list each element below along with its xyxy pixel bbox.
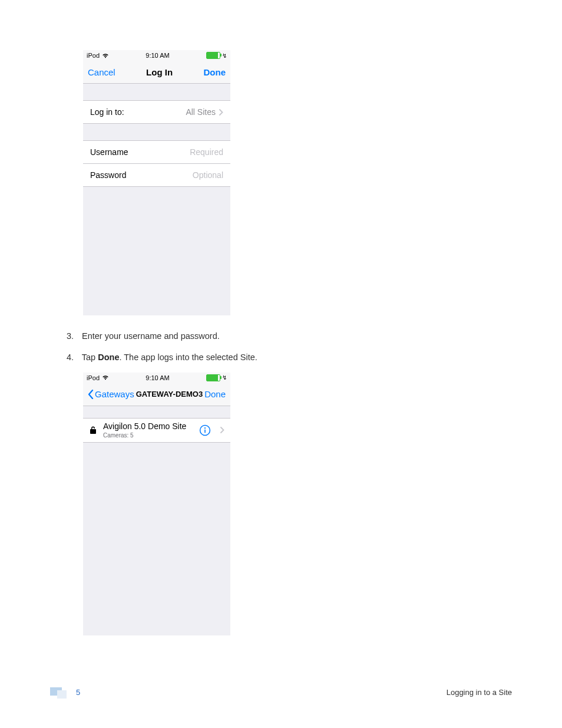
- status-left: iPod: [87, 374, 109, 381]
- charging-icon: ↯: [222, 52, 227, 59]
- section-spacer: [83, 84, 230, 101]
- svg-point-1: [204, 427, 206, 429]
- step-4-prefix: Tap: [82, 353, 98, 362]
- page-number: 5: [76, 688, 80, 697]
- nav-title: GATEWAY-DEMO3: [136, 390, 203, 398]
- done-button[interactable]: Done: [204, 389, 226, 399]
- document-page: iPod 9:10 AM ↯ Cancel Log In Done Log i: [0, 0, 562, 728]
- username-placeholder: Required: [190, 147, 223, 157]
- charging-icon: ↯: [222, 374, 227, 381]
- username-label: Username: [90, 147, 128, 157]
- username-row[interactable]: Username Required: [83, 141, 230, 164]
- section-spacer: [83, 124, 230, 141]
- screenshot-gateway: iPod 9:10 AM ↯ Gateways GATEWAY-DEMO3 D: [83, 373, 230, 635]
- info-icon[interactable]: [199, 424, 211, 436]
- chevron-right-icon: [219, 109, 223, 116]
- step-4-number: 4.: [67, 351, 80, 364]
- status-right: ↯: [206, 52, 227, 59]
- step-3-text: Enter your username and password.: [82, 331, 220, 341]
- step-3-number: 3.: [67, 330, 80, 342]
- step-3: 3. Enter your username and password.: [67, 330, 512, 342]
- device-label: iPod: [87, 374, 100, 381]
- done-button[interactable]: Done: [203, 67, 226, 77]
- section-spacer: [83, 406, 230, 419]
- step-4: 4. Tap Done. The app logs into the selec…: [67, 351, 512, 364]
- cancel-button[interactable]: Cancel: [88, 67, 115, 77]
- wifi-icon: [102, 53, 109, 58]
- password-label: Password: [90, 170, 126, 180]
- site-text: Avigilon 5.0 Demo Site Cameras: 5: [103, 422, 193, 438]
- step-4-bold: Done: [98, 353, 119, 362]
- status-time: 9:10 AM: [146, 374, 169, 381]
- login-to-value: All Sites: [186, 107, 223, 117]
- login-to-row[interactable]: Log in to: All Sites: [83, 101, 230, 124]
- lock-icon: [89, 426, 97, 435]
- site-name: Avigilon 5.0 Demo Site: [103, 422, 193, 431]
- site-subtitle: Cameras: 5: [103, 432, 193, 439]
- back-button[interactable]: Gateways: [88, 389, 134, 399]
- password-row[interactable]: Password Optional: [83, 164, 230, 187]
- password-placeholder: Optional: [193, 170, 223, 180]
- chevron-right-icon: [220, 427, 224, 433]
- back-label: Gateways: [95, 389, 134, 399]
- chevron-left-icon: [88, 390, 94, 399]
- status-bar: iPod 9:10 AM ↯: [83, 373, 230, 383]
- svg-rect-2: [204, 430, 206, 433]
- nav-title: Log In: [146, 67, 173, 77]
- nav-bar: Gateways GATEWAY-DEMO3 Done: [83, 383, 230, 406]
- status-bar: iPod 9:10 AM ↯: [83, 50, 230, 61]
- footer-section-title: Logging in to a Site: [447, 688, 512, 697]
- battery-icon: [206, 374, 220, 381]
- status-left: iPod: [87, 52, 109, 59]
- site-row[interactable]: Avigilon 5.0 Demo Site Cameras: 5: [83, 419, 230, 443]
- battery-icon: [206, 52, 220, 59]
- nav-bar: Cancel Log In Done: [83, 61, 230, 84]
- content-area: iPod 9:10 AM ↯ Cancel Log In Done Log i: [67, 50, 512, 635]
- login-to-text: All Sites: [186, 107, 216, 117]
- footer-left: 5: [50, 686, 80, 699]
- status-time: 9:10 AM: [146, 52, 169, 59]
- login-to-label: Log in to:: [90, 107, 124, 117]
- screenshot-login: iPod 9:10 AM ↯ Cancel Log In Done Log i: [83, 50, 230, 315]
- wifi-icon: [102, 375, 109, 380]
- page-footer: 5 Logging in to a Site: [50, 686, 512, 699]
- step-4-suffix: . The app logs into the selected Site.: [119, 353, 257, 362]
- status-right: ↯: [206, 374, 227, 381]
- device-label: iPod: [87, 52, 100, 59]
- footer-logo-icon: [50, 686, 70, 699]
